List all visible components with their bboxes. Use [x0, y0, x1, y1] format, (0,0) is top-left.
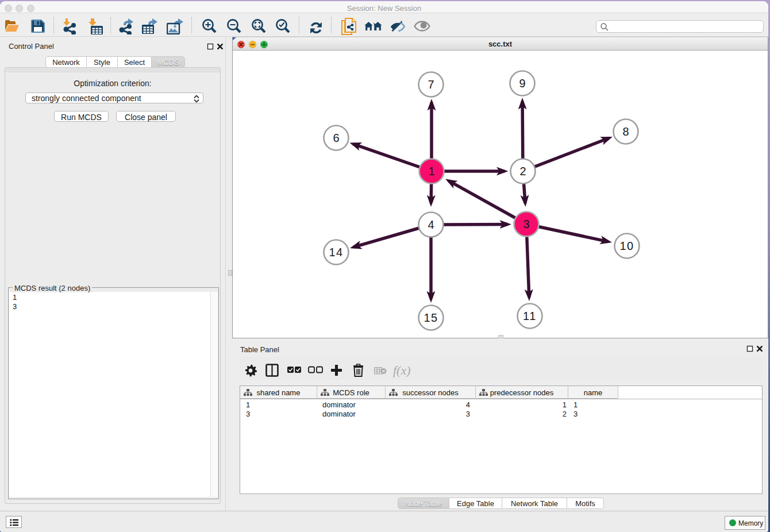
svg-text:11: 11 [523, 310, 537, 322]
svg-text:7: 7 [428, 78, 434, 91]
svg-text:8: 8 [622, 125, 629, 138]
svg-text:4: 4 [428, 218, 434, 231]
svg-text:3: 3 [523, 218, 529, 230]
svg-text:10: 10 [619, 240, 634, 252]
svg-text:9: 9 [519, 77, 525, 90]
svg-text:1: 1 [428, 165, 434, 178]
svg-text:14: 14 [329, 246, 343, 259]
svg-text:2: 2 [519, 165, 526, 178]
svg-text:15: 15 [424, 311, 438, 324]
svg-text:6: 6 [333, 132, 339, 144]
